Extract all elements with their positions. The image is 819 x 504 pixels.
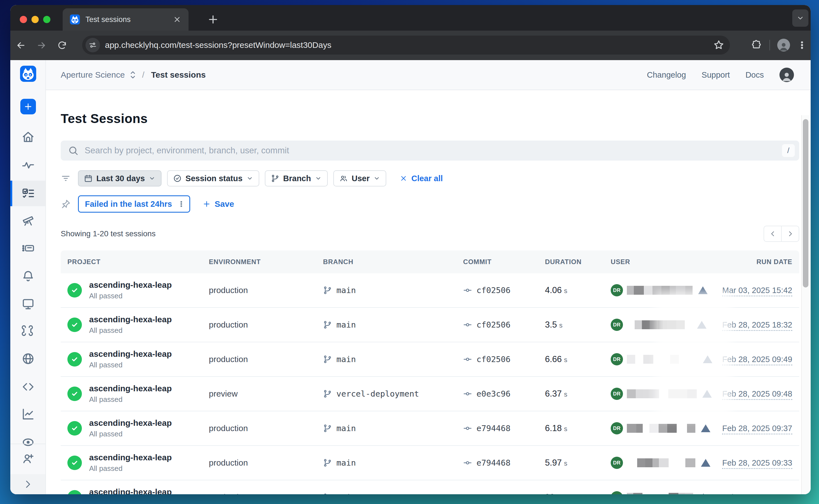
duration: 6.37s (545, 389, 611, 399)
user-cell: DR (611, 388, 714, 400)
user-avatar[interactable] (779, 68, 794, 82)
checkly-logo[interactable] (20, 66, 36, 82)
user-avatar-initials: DR (611, 491, 623, 494)
reload-button[interactable] (56, 39, 68, 51)
kebab-menu-icon[interactable] (178, 200, 185, 208)
status-passed-icon (67, 283, 82, 298)
duration: 90ms (545, 492, 611, 494)
chevron-right-icon (23, 479, 33, 490)
project-name: ascending-hexa-leap (89, 453, 172, 463)
address-bar[interactable]: app.checklyhq.com/test-sessions?presetWi… (82, 36, 730, 55)
sidebar-item-dashboards[interactable] (10, 291, 46, 317)
calendar-icon (84, 174, 92, 183)
chevron-down-icon (373, 175, 380, 182)
site-settings-icon[interactable] (85, 38, 100, 52)
tab-close-icon[interactable] (173, 15, 181, 24)
page-scrollbar-track[interactable] (801, 115, 810, 494)
run-date-link[interactable]: Feb 28, 2025 18:32 (722, 320, 792, 331)
bookmark-star-icon[interactable] (713, 40, 724, 51)
table-row[interactable]: ascending-hexa-leap All passed productio… (61, 480, 799, 494)
sidebar-item-monitoring[interactable] (10, 153, 46, 178)
filter-branch[interactable]: Branch (265, 170, 328, 186)
column-duration: DURATION (545, 258, 611, 266)
sidebar-item-home[interactable] (10, 124, 46, 150)
branch-name: main (336, 424, 356, 433)
run-date-link[interactable]: Feb 25, 2025 14:50 (722, 493, 792, 495)
commit-hash: e794468 (477, 493, 511, 494)
project-name: ascending-hexa-leap (89, 418, 172, 428)
sidebar-item-runtimes[interactable] (10, 235, 46, 261)
run-date-link[interactable]: Feb 28, 2025 09:49 (722, 355, 792, 365)
table-row[interactable]: ascending-hexa-leap All passed preview v… (61, 377, 799, 411)
git-branch-icon (323, 320, 332, 329)
sidebar-item-cli[interactable] (10, 374, 46, 400)
run-date-cell: Feb 28, 2025 09:37 (714, 424, 799, 433)
saved-filter-chip[interactable]: Failed in the last 24hrs (78, 195, 190, 213)
minimize-window-button[interactable] (31, 16, 39, 23)
table-row[interactable]: ascending-hexa-leap All passed productio… (61, 308, 799, 342)
chevron-up-down-icon[interactable] (129, 70, 137, 80)
check-circle-icon (173, 174, 181, 183)
tab-title: Test sessions (85, 15, 173, 24)
close-window-button[interactable] (20, 16, 27, 23)
zoom-window-button[interactable] (43, 16, 50, 23)
search-bar[interactable]: Search by project, environment, branch, … (61, 141, 799, 161)
environment: preview (209, 389, 323, 399)
user-cell: DR (611, 319, 714, 331)
browser-tab[interactable]: Test sessions (63, 8, 188, 31)
branch-name: main (336, 320, 356, 330)
run-date-link[interactable]: Feb 28, 2025 09:33 (722, 458, 792, 469)
clear-all-button[interactable]: Clear all (399, 174, 443, 183)
previous-page-button[interactable] (764, 226, 781, 242)
run-date-link[interactable]: Feb 28, 2025 09:37 (722, 424, 792, 434)
git-branch-icon (323, 389, 332, 398)
filter-date-range[interactable]: Last 30 days (78, 170, 161, 186)
back-button[interactable] (15, 39, 27, 51)
column-project: PROJECT (61, 258, 209, 266)
branch-name: main (336, 493, 356, 494)
sidebar-collapse[interactable] (10, 474, 45, 494)
run-date-link[interactable]: Feb 28, 2025 09:48 (722, 389, 792, 400)
create-button[interactable] (20, 99, 36, 114)
sidebar-item-invite-user[interactable] (10, 446, 46, 471)
page-title: Test Sessions (61, 111, 148, 126)
changelog-link[interactable]: Changelog (647, 70, 686, 80)
user-avatar-initials: DR (611, 457, 623, 469)
sidebar-item-alerts[interactable] (10, 264, 46, 289)
project-name: ascending-hexa-leap (89, 384, 172, 394)
forward-button[interactable] (35, 39, 48, 51)
table-row[interactable]: ascending-hexa-leap All passed productio… (61, 273, 799, 308)
next-page-button[interactable] (781, 226, 799, 242)
saved-filters-row: Failed in the last 24hrs Save (61, 195, 234, 213)
column-user: USER (611, 258, 714, 266)
filter-session-status[interactable]: Session status (167, 170, 259, 186)
sidebar-item-test-sessions[interactable] (10, 181, 46, 206)
pin-icon (61, 199, 71, 209)
page-scrollbar-thumb[interactable] (803, 119, 808, 287)
table-row[interactable]: ascending-hexa-leap All passed productio… (61, 342, 799, 377)
filter-user[interactable]: User (333, 170, 386, 186)
run-date-link[interactable]: Mar 03, 2025 15:42 (722, 286, 792, 296)
sidebar-item-analytics[interactable] (10, 401, 46, 427)
save-filter-button[interactable]: Save (202, 199, 234, 209)
table-row[interactable]: ascending-hexa-leap All passed productio… (61, 411, 799, 446)
sidebar-item-explore[interactable] (10, 208, 46, 234)
account-switcher[interactable]: Aperture Science (61, 70, 125, 80)
column-run-date: RUN DATE (714, 258, 799, 266)
browser-profile-avatar[interactable] (777, 39, 790, 51)
sidebar-item-maintenance[interactable] (10, 318, 46, 343)
tab-search-button[interactable] (792, 9, 808, 27)
browser-menu-icon[interactable] (797, 40, 807, 50)
redacted-user-name (627, 424, 695, 433)
filter-lines-icon[interactable] (61, 173, 71, 183)
duration: 3.5s (545, 320, 611, 330)
support-link[interactable]: Support (702, 70, 730, 80)
table-row[interactable]: ascending-hexa-leap All passed productio… (61, 446, 799, 480)
project-name: ascending-hexa-leap (89, 487, 172, 494)
extensions-icon[interactable] (751, 40, 762, 51)
new-tab-button[interactable] (207, 13, 219, 26)
redacted-user-name (627, 320, 692, 329)
search-input[interactable]: Search by project, environment, branch, … (85, 146, 782, 156)
docs-link[interactable]: Docs (746, 70, 764, 80)
sidebar-item-private-locations[interactable] (10, 346, 46, 372)
